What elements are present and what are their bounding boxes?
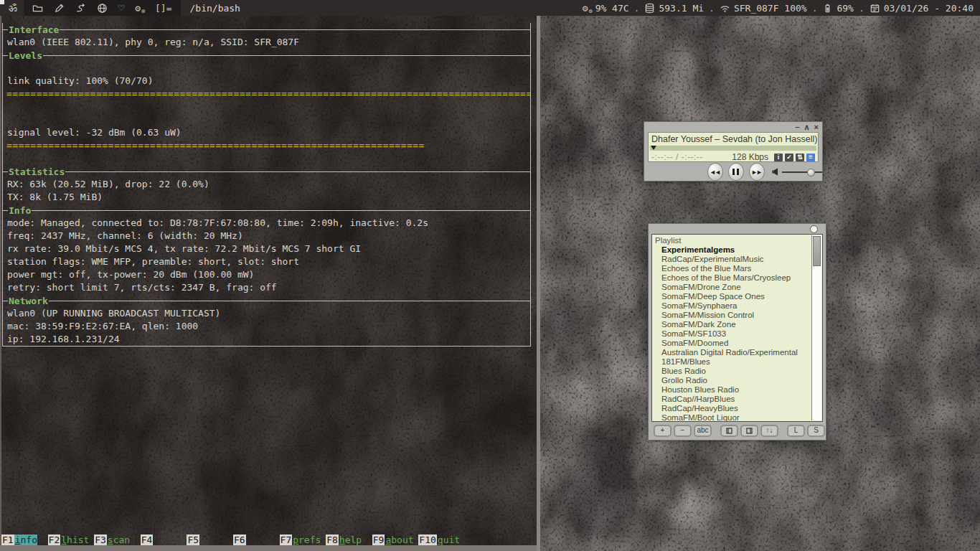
playlist-item[interactable]: Grollo Radio (652, 376, 822, 385)
seek-bar[interactable] (650, 146, 816, 151)
info-line: power mgt: off, tx-power: 20 dBm (100.00… (3, 268, 530, 281)
fkey-menu-item[interactable]: F2lhist (48, 534, 95, 546)
time-display: -:--:-- / -:--:-- (651, 152, 732, 162)
share-icon[interactable] (75, 3, 86, 14)
playlist-scrollbar[interactable] (811, 235, 821, 420)
fkey-label[interactable]: help (339, 534, 362, 546)
folder-icon[interactable] (32, 3, 43, 14)
volume-slider[interactable] (782, 171, 822, 173)
volume-knob[interactable] (807, 169, 815, 176)
playlist-item[interactable]: RadCap//HarpBlues (652, 395, 822, 404)
playlist-item[interactable]: SomaFM/Mission Control (652, 311, 822, 320)
playlist-item[interactable]: Experimentalgems (652, 245, 822, 255)
fkey-label[interactable] (199, 534, 200, 546)
fkey-menu-item[interactable]: F3scan (94, 534, 141, 546)
fkey-label[interactable] (153, 534, 154, 546)
fkey-cap[interactable]: F3 (94, 534, 107, 546)
fkey-label[interactable]: scan (107, 534, 130, 546)
fkey-cap[interactable]: F9 (372, 534, 385, 546)
network-line: ip: 192.168.1.231/24 (3, 333, 530, 346)
playlist-item[interactable]: SomaFM/Dark Zone (652, 320, 822, 329)
fkey-menu-item[interactable]: F5 (187, 534, 233, 546)
terminal-window[interactable]: Interface wlan0 (IEEE 802.11), phy 0, re… (0, 16, 537, 551)
rename-button[interactable]: abc (694, 425, 712, 437)
fkey-label[interactable]: lhist (60, 534, 89, 546)
previous-button[interactable]: ◄◄ (707, 163, 723, 181)
playlist-item[interactable]: RadCap/ExperimentalMusic (652, 255, 822, 264)
playlist-titlebar[interactable] (649, 224, 826, 233)
fkey-menu-item[interactable]: F4 (141, 534, 187, 546)
fkey-label[interactable]: quit (437, 534, 460, 546)
fkey-menu-item[interactable]: F10quit (418, 534, 465, 546)
shade-button[interactable]: ∧ (804, 123, 810, 131)
playlist-item[interactable]: Houston Blues Radio (652, 385, 822, 395)
fkey-menu-item[interactable]: F9about (372, 534, 419, 546)
playlist-item[interactable]: SomaFM/Deep Space Ones (652, 292, 822, 301)
blank-row (3, 100, 530, 113)
load-button[interactable]: L (787, 425, 805, 437)
track-info-icon[interactable]: i (774, 154, 783, 161)
fkey-cap[interactable]: F7 (280, 534, 293, 546)
globe-icon[interactable] (97, 3, 108, 14)
gears-icon[interactable]: ⚙⚙ (135, 4, 144, 13)
playlist-item[interactable]: Blues Radio (652, 367, 822, 376)
fkey-cap[interactable]: F8 (326, 534, 339, 546)
playlist-item[interactable]: SomaFM/Boot Liquor (652, 413, 822, 422)
playlist-toggle-icon[interactable]: ≡ (806, 154, 815, 161)
fkey-cap[interactable]: F5 (187, 534, 199, 546)
fkey-cap[interactable]: F2 (48, 534, 61, 546)
select-out-button[interactable] (740, 425, 758, 437)
playlist-item[interactable]: 181FM/Blues (652, 357, 822, 367)
seek-handle[interactable] (651, 146, 656, 150)
bitrate-display: 128 Kbps (732, 152, 768, 162)
fkey-label[interactable]: prefs (292, 534, 321, 546)
fkey-cap[interactable]: F10 (418, 534, 436, 546)
player-titlebar[interactable]: – ∧ × (644, 122, 822, 132)
playlist-body: Playlist Experimentalgems RadCap/Experim… (651, 234, 823, 422)
wifi-status: SFR_087F 100% (720, 3, 807, 14)
select-in-button[interactable] (720, 425, 738, 437)
playlist-item[interactable]: SomaFM/Synphaera (652, 301, 822, 311)
fkey-menu-item[interactable]: F1info (1, 534, 48, 546)
playlist-scrollbar-thumb[interactable] (813, 236, 821, 266)
battery-status: 69% (822, 3, 853, 14)
pause-bar-icon (732, 169, 735, 175)
fkey-menu-item[interactable]: F7prefs (280, 534, 326, 546)
playlist-item[interactable]: Australian Digital Radio/Experimental (652, 348, 822, 357)
fkey-cap[interactable]: F6 (233, 534, 246, 546)
sort-button[interactable]: ↑↓ (760, 425, 778, 437)
audio-player-window[interactable]: – ∧ × Dhafer Youssef – Sevdah (to Jon Ha… (644, 121, 823, 182)
workspace-label[interactable]: ॐ (9, 2, 17, 14)
add-button[interactable]: + (654, 425, 672, 437)
playlist-items: Experimentalgems RadCap/ExperimentalMusi… (652, 245, 822, 422)
playlist-window[interactable]: Playlist Experimentalgems RadCap/Experim… (648, 223, 826, 441)
playlist-item[interactable]: SomaFM/Doomed (652, 339, 822, 348)
playlist-item[interactable]: Echoes of the Blue Mars/Cryosleep (652, 273, 822, 283)
playlist-item[interactable]: SomaFM/Drone Zone (652, 283, 822, 292)
minimize-button[interactable]: – (795, 123, 799, 131)
heart-icon[interactable]: ♡ (118, 3, 124, 13)
check-icon[interactable]: ✓ (785, 154, 793, 161)
remove-button[interactable]: − (674, 425, 692, 437)
fkey-menu-item[interactable]: F8help (326, 534, 372, 546)
fkey-menu-item[interactable]: F6 (233, 534, 280, 546)
playlist-item[interactable]: SomaFM/SF1033 (652, 329, 822, 339)
updown-icon[interactable]: ⇅ (796, 154, 804, 161)
fkey-cap[interactable]: F1 (1, 534, 14, 546)
pencil-icon[interactable] (54, 3, 65, 14)
taskbar: ॐ ♡ ⚙⚙ []= /bin/bash ⚙⚙ 9% 47C . (0, 0, 980, 16)
next-button[interactable]: ►► (749, 163, 765, 181)
playlist-item[interactable]: Echoes of the Blue Mars (652, 264, 822, 273)
terminal-right-border[interactable] (537, 16, 540, 551)
fkey-cap[interactable]: F4 (141, 534, 154, 546)
playlist-circle-button[interactable] (810, 225, 818, 233)
fkey-label[interactable]: info (14, 534, 37, 546)
wavemon-panel: Interface wlan0 (IEEE 802.11), phy 0, re… (2, 23, 531, 347)
fkey-label[interactable]: about (385, 534, 413, 546)
fkey-label[interactable] (246, 534, 247, 546)
save-button[interactable]: S (807, 425, 825, 437)
pause-button[interactable] (728, 163, 744, 181)
playlist-item[interactable]: RadCap/HeavyBlues (652, 404, 822, 413)
close-button[interactable]: × (814, 123, 819, 131)
layout-symbol[interactable]: []= (155, 3, 171, 14)
